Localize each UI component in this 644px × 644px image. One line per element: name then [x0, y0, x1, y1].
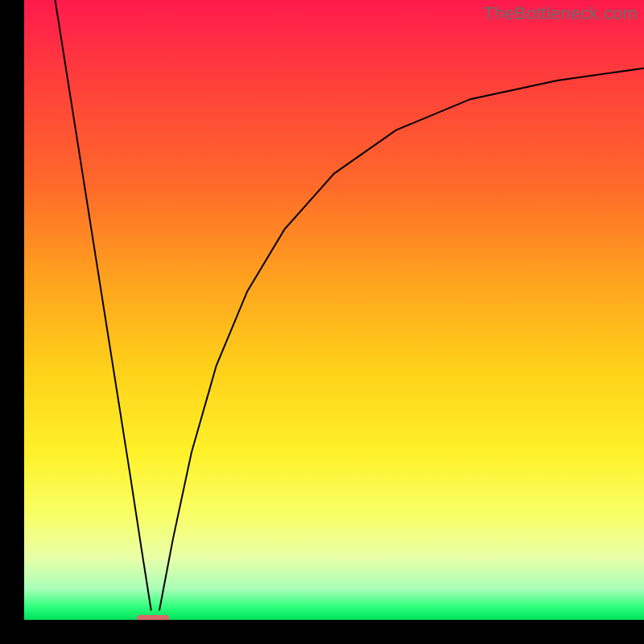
curve-right-branch [159, 68, 644, 611]
curve-layer [24, 0, 644, 620]
chart-frame: TheBottleneck.com [0, 0, 644, 644]
minimum-marker [137, 615, 169, 620]
plot-area [24, 0, 644, 620]
curve-left-branch [56, 0, 151, 611]
